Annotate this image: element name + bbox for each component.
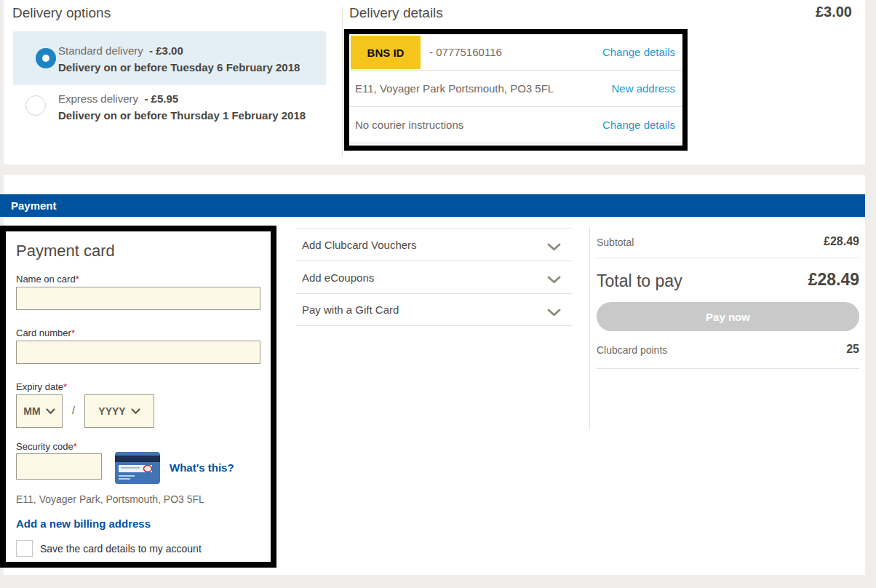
name-on-card-label: Name on card* <box>16 274 79 285</box>
required-mark: * <box>63 381 67 392</box>
radio-unselected-icon[interactable] <box>25 95 46 116</box>
checkout-page: Delivery options Standard delivery - £3.… <box>0 0 876 588</box>
change-contact-link[interactable]: Change details <box>602 46 675 58</box>
delivery-option-standard[interactable]: Standard delivery - £3.00 Delivery on or… <box>13 31 326 85</box>
label-text: Name on card <box>16 274 76 285</box>
security-code-label: Security code* <box>16 441 77 452</box>
delivery-details-title: Delivery details <box>349 5 443 21</box>
add-clubcard-vouchers-accordion[interactable]: Add Clubcard Vouchers <box>296 228 572 261</box>
delivery-option-date: Delivery on or before Thursday 1 Februar… <box>58 109 306 122</box>
order-summary: Subtotal £28.49 Total to pay £28.49 Pay … <box>597 229 859 369</box>
whats-this-link[interactable]: What's this? <box>170 461 234 474</box>
change-instructions-link[interactable]: Change details <box>602 119 675 131</box>
delivery-option-name: Standard delivery - £3.00 <box>58 44 300 57</box>
delivery-option-text: Standard delivery - £3.00 Delivery on or… <box>58 44 300 74</box>
clubcard-points-label: Clubcard points <box>597 344 667 356</box>
option-price: - £5.95 <box>144 92 178 105</box>
add-ecoupons-accordion[interactable]: Add eCoupons <box>296 261 572 293</box>
delivery-section: Delivery options Standard delivery - £3.… <box>4 0 865 164</box>
pay-with-gift-card-accordion[interactable]: Pay with a Gift Card <box>296 293 572 326</box>
label-text: Security code <box>16 441 73 452</box>
delivery-option-name: Express delivery - £5.95 <box>58 92 306 105</box>
option-price: - £3.00 <box>149 44 183 57</box>
save-card-checkbox[interactable] <box>16 540 33 557</box>
courier-instructions: No courier instructions <box>355 119 463 131</box>
summary-divider <box>589 227 590 429</box>
expiry-separator: / <box>72 405 75 416</box>
expiry-year-value: YYYY <box>98 405 125 417</box>
delivery-option-date: Delivery on or before Tuesday 6 February… <box>58 61 300 74</box>
name-on-card-input[interactable] <box>16 287 260 310</box>
option-name: Standard delivery <box>58 44 143 57</box>
subtotal-label: Subtotal <box>597 237 634 248</box>
chevron-down-icon <box>131 408 140 415</box>
delivery-contact-row: BNS ID - 07775160116 Change details <box>349 34 682 71</box>
card-number-label: Card number* <box>16 327 75 338</box>
new-address-link[interactable]: New address <box>611 82 675 95</box>
delivery-option-text: Express delivery - £5.95 Delivery on or … <box>58 92 306 122</box>
total-row: Total to pay £28.49 <box>597 258 859 299</box>
total-value: £28.49 <box>808 270 859 290</box>
expiry-month-value: MM <box>23 405 40 417</box>
payment-header-label: Payment <box>11 199 57 212</box>
chevron-down-icon <box>46 408 55 415</box>
payment-card-box: Payment card Name on card* Card number* … <box>0 226 276 568</box>
payment-accordions: Add Clubcard Vouchers Add eCoupons Pay w… <box>296 228 572 326</box>
security-code-input[interactable] <box>16 453 102 480</box>
required-mark: * <box>71 327 75 338</box>
clubcard-points-row: Clubcard points 25 <box>597 335 859 369</box>
subtotal-row: Subtotal £28.49 <box>597 229 859 258</box>
chevron-down-icon <box>547 306 561 319</box>
delivery-address: E11, Voyager Park Portsmouth, PO3 5FL <box>355 82 554 95</box>
expiry-month-select[interactable]: MM <box>16 394 63 428</box>
save-card-label: Save the card details to my account <box>40 543 202 555</box>
contact-phone: - 07775160116 <box>429 46 502 58</box>
option-name: Express delivery <box>58 92 138 105</box>
card-security-code-icon <box>115 452 160 487</box>
label-text: Expiry date <box>16 381 63 392</box>
payment-card-title: Payment card <box>16 242 115 261</box>
accordion-label: Add Clubcard Vouchers <box>302 239 417 251</box>
delivery-price: £3.00 <box>816 4 852 20</box>
chevron-down-icon <box>547 274 561 287</box>
delivery-option-express[interactable]: Express delivery - £5.95 Delivery on or … <box>13 90 326 144</box>
column-divider <box>342 7 343 156</box>
card-number-input[interactable] <box>16 341 260 364</box>
delivery-address-row: E11, Voyager Park Portsmouth, PO3 5FL Ne… <box>349 71 682 107</box>
accordion-label: Add eCoupons <box>302 271 374 284</box>
payment-header-bar: Payment <box>0 194 865 217</box>
required-mark: * <box>73 441 77 452</box>
chevron-down-icon <box>547 241 561 254</box>
delivery-details-box: BNS ID - 07775160116 Change details E11,… <box>344 29 688 151</box>
billing-address-text: E11, Voyager Park, Portsmouth, PO3 5FL <box>16 493 204 505</box>
expiry-year-select[interactable]: YYYY <box>84 394 154 428</box>
subtotal-value: £28.49 <box>824 235 859 248</box>
label-text: Card number <box>16 327 71 338</box>
courier-instructions-row: No courier instructions Change details <box>349 107 682 143</box>
expiry-date-label: Expiry date* <box>16 381 67 392</box>
add-billing-address-link[interactable]: Add a new billing address <box>16 517 151 530</box>
accordion-label: Pay with a Gift Card <box>302 303 399 316</box>
clubcard-points-value: 25 <box>846 343 859 356</box>
total-label: Total to pay <box>597 271 682 291</box>
pay-now-button[interactable]: Pay now <box>597 302 859 331</box>
delivery-options-title: Delivery options <box>12 5 111 21</box>
bns-id-badge: BNS ID <box>351 36 421 69</box>
radio-selected-icon[interactable] <box>36 48 56 68</box>
required-mark: * <box>76 274 79 285</box>
